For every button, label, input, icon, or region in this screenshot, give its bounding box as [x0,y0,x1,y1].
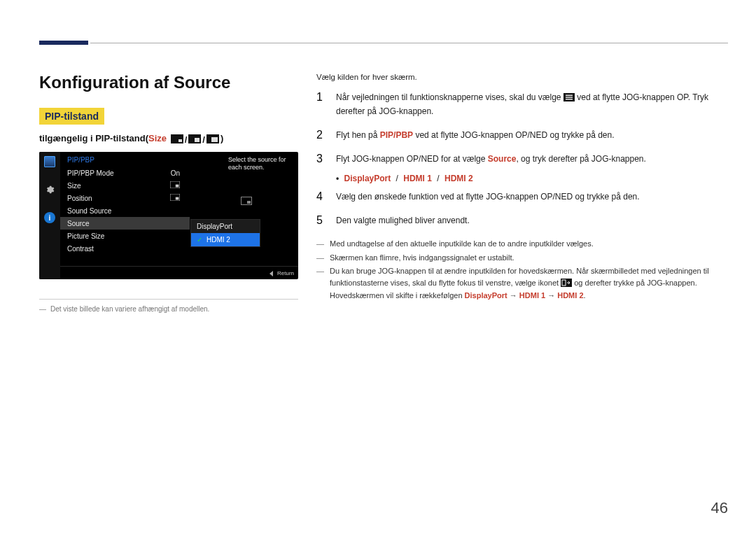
header-accent [39,41,88,45]
step-1: 1 Når vejledningen til funktionsknappern… [316,85,728,123]
step-4: 4 Vælg den ønskede funktion ved at flytt… [316,185,728,209]
osd-menu-item: Size [60,179,190,192]
mode-chip: PIP-tilstand [39,108,104,125]
osd-menu: PIP/PBP PIP/PBP ModeOnSizePositionSound … [60,152,190,279]
osd-submenu-item: DisplayPort [191,220,260,233]
source-options: • DisplayPort / HDMI 1 / HDMI 2 [336,174,728,183]
osd-menu-item: Position [60,192,190,204]
source-switch-icon [561,279,572,290]
osd-menu-item: Source [60,217,190,230]
back-arrow-icon [270,271,273,276]
osd-item-label: Position [67,195,92,202]
osd-menu-item: PIP/PBP ModeOn [60,167,190,179]
lead-text: Vælg kilden for hver skærm. [316,73,728,81]
opt-h2: HDMI 2 [444,174,473,183]
step2-b: ved at flytte JOG-knappen OP/NED og tryk… [413,130,614,140]
step4-text: Vælg den ønskede funktion ved at flytte … [336,190,728,203]
footnote-dash: ― [39,305,46,313]
step3-a: Flyt JOG-knappen OP/NED for at vælge [336,154,488,164]
osd-return: Return [270,270,294,276]
svg-rect-7 [176,185,179,188]
osd-item-label: Size [67,182,80,190]
step2-a: Flyt hen på [336,130,380,140]
page-title: Konfiguration af Source [39,73,298,92]
step-list-2: 4 Vælg den ønskede funktion ved at flytt… [316,185,728,232]
osd-return-label: Return [277,270,294,276]
step3-b: , og tryk derefter på JOG-knappen. [516,154,645,164]
osd-separator [60,266,298,267]
svg-rect-13 [566,99,573,99]
osd-item-label: PIP/PBP Mode [67,169,114,177]
osd-item-value: On [171,169,180,177]
notes: ― Med undtagelse af den aktuelle inputki… [316,238,728,302]
info-icon: i [44,212,55,223]
pip-large-icon [206,134,219,143]
opt-dp: DisplayPort [344,174,391,183]
osd-menu-title: PIP/PBP [60,152,190,167]
menu-icon [564,92,575,105]
availability-suffix: ) [220,133,223,143]
step-2: 2 Flyt hen på PIP/PBP ved at flytte JOG-… [316,123,728,147]
step-number: 5 [316,214,326,227]
svg-rect-1 [178,139,182,142]
size-keyword: Size [148,133,167,143]
note-dash: ― [316,238,324,250]
step3-key: Source [488,154,517,164]
step-5: 5 Den valgte mulighed bliver anvendt. [316,209,728,232]
note3-h1: HDMI 1 [519,291,545,300]
svg-rect-11 [566,95,573,96]
osd-item-label: Picture Size [67,232,104,240]
step1-a: Når vejledningen til funktionsknapperne … [336,92,564,102]
osd-help-text: Select the source for each screen. [228,156,294,171]
step-3: 3 Flyt JOG-knappen OP/NED for at vælge S… [316,147,728,171]
step5-text: Den valgte mulighed bliver anvendt. [336,214,728,227]
osd-screenshot: i PIP/PBP PIP/PBP ModeOnSizePositionSoun… [39,152,298,279]
osd-item-label: Source [67,220,90,227]
osd-submenu: DisplayPortHDMI 2 [190,219,260,247]
step-list: 1 Når vejledningen til funktionsknappern… [316,85,728,171]
note1-text: Med undtagelse af den aktuelle inputkild… [330,238,594,250]
header-rule [90,43,728,43]
osd-menu-item: Sound Source [60,204,190,217]
note-3: ― Du kan bruge JOG-knappen til at ændre … [316,265,728,302]
note-2: ― Skærmen kan flimre, hvis indgangssigna… [316,252,728,264]
step2-key: PIP/PBP [380,130,413,140]
monitor-icon [44,156,55,167]
step-number: 1 [316,91,326,118]
note3-h2: HDMI 2 [557,291,583,300]
step-number: 2 [316,129,326,141]
note2-text: Skærmen kan flimre, hvis indgangssignale… [330,252,514,264]
svg-rect-5 [211,137,218,142]
osd-menu-item: Contrast [60,242,190,255]
note-dash: ― [316,265,324,302]
note3-dp: DisplayPort [465,291,507,300]
opt-sep1: / [396,174,398,183]
image-footnote: ― Det viste billede kan variere afhængig… [39,299,298,313]
pip-medium-icon [188,134,201,143]
svg-rect-0 [171,134,183,143]
svg-rect-12 [566,97,573,97]
osd-left-icons: i [39,152,60,279]
opt-h1: HDMI 1 [403,174,432,183]
note-1: ― Med undtagelse af den aktuelle inputki… [316,238,728,250]
pip-size-glyphs: / / [169,134,220,145]
step-number: 4 [316,190,326,203]
availability-line: tilgængelig i PIP-tilstand(Size / / ) [39,133,298,145]
note3-arrow2: → [547,291,555,300]
footnote-text: Det viste billede kan variere afhængigt … [50,305,209,313]
osd-item-label: Sound Source [67,207,111,215]
availability-prefix: tilgængelig i PIP-tilstand( [39,133,148,143]
osd-pip-thumb-icon [241,197,252,205]
step-number: 3 [316,153,326,165]
osd-menu-item: Picture Size [60,230,190,242]
osd-item-value [170,194,180,202]
svg-rect-9 [176,197,179,200]
note-dash: ― [316,252,324,264]
opt-sep2: / [437,174,439,183]
osd-submenu-item: HDMI 2 [191,233,260,246]
instructions-column: Vælg kilden for hver skærm. 1 Når vejled… [316,73,728,304]
page-number: 46 [711,499,728,517]
gear-icon [44,184,55,195]
note3-arrow1: → [510,291,517,300]
osd-item-label: Contrast [67,245,94,253]
